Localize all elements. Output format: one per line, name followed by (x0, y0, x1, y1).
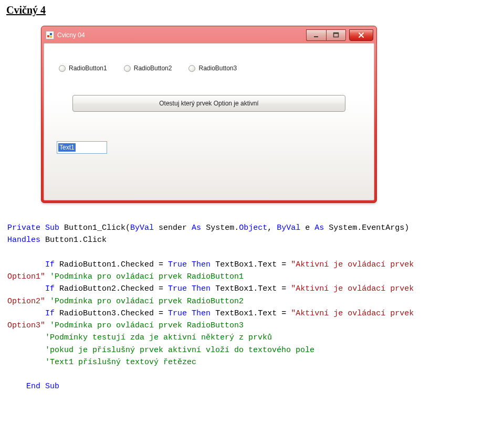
radio-label: RadioButton2 (134, 65, 172, 72)
code-text: RadioButton3.Checked = (55, 309, 168, 318)
code-text: RadioButton1.Checked = (55, 260, 168, 269)
radio-option-2[interactable]: RadioButton2 (124, 65, 172, 72)
code-keyword: ByVal (277, 224, 300, 232)
radio-option-1[interactable]: RadioButton1 (59, 65, 107, 72)
close-icon (358, 32, 365, 38)
code-text: TextBox1.Text = (211, 260, 291, 269)
code-text: , (267, 224, 277, 232)
titlebar-left: Cvicny 04 (46, 31, 85, 39)
code-text (187, 260, 192, 269)
code-text (45, 272, 50, 281)
code-text: sender (154, 224, 192, 232)
code-keyword: ByVal (130, 224, 154, 232)
code-keyword: Then (192, 260, 211, 269)
code-comment: 'Text1 příslušný textový řetězec (45, 358, 196, 367)
window-control-group (306, 29, 373, 41)
close-button[interactable] (349, 29, 373, 41)
code-text (40, 382, 45, 391)
code-comment: 'Podmínky testují zda je aktivní některý… (45, 333, 272, 342)
code-string: "Aktivní je ovládací prvek (291, 260, 418, 269)
code-indent (7, 382, 26, 391)
test-button[interactable]: Otestuj který prvek Option je aktivní (72, 95, 345, 112)
code-keyword: True (168, 260, 187, 269)
code-keyword: If (45, 284, 55, 293)
window-title: Cvicny 04 (57, 31, 85, 39)
code-text (187, 284, 192, 293)
code-text: Button1.Click (40, 236, 107, 245)
radio-icon (59, 65, 66, 72)
svg-rect-0 (314, 36, 318, 37)
code-keyword: Private (7, 224, 40, 232)
window-frame: Cvicny 04 RadioButton1 (41, 26, 377, 203)
test-button-label: Otestuj který prvek Option je aktivní (159, 100, 258, 107)
code-comment: 'Podmínka pro ovládací prvek RadioButton… (50, 297, 244, 306)
code-keyword: Object (239, 224, 267, 232)
radio-group: RadioButton1 RadioButton2 RadioButton3 (55, 65, 363, 72)
code-text: RadioButton2.Checked = (55, 284, 168, 293)
code-string: "Aktivní je ovládací prvek (291, 284, 418, 293)
code-indent (7, 260, 45, 269)
code-string: "Aktivní je ovládací prvek (291, 309, 418, 318)
code-text (40, 224, 45, 232)
code-indent (7, 358, 45, 367)
radio-option-3[interactable]: RadioButton3 (188, 65, 237, 72)
code-keyword: True (168, 309, 187, 318)
code-text (187, 309, 192, 318)
document-page: Cvičný 4 Cvicny 04 (0, 0, 504, 399)
code-text (45, 321, 50, 330)
app-icon (46, 31, 54, 39)
window-client-area: RadioButton1 RadioButton2 RadioButton3 O… (44, 43, 374, 200)
code-string: Option3" (7, 321, 45, 330)
code-string: Option2" (7, 297, 45, 306)
textbox-value: Text1 (58, 143, 76, 152)
code-indent (7, 309, 45, 318)
code-block: Private Sub Button1_Click(ByVal sender A… (7, 222, 498, 393)
code-text: System.EventArgs) (324, 224, 414, 232)
code-comment: 'Podmínka pro ovládací prvek RadioButton… (50, 321, 244, 330)
code-comment: 'Podmínka pro ovládací prvek RadioButton… (50, 272, 244, 281)
code-keyword: True (168, 284, 187, 293)
radio-icon (188, 65, 195, 72)
code-indent (7, 333, 45, 342)
code-keyword: If (45, 260, 55, 269)
code-text (45, 297, 50, 306)
page-title: Cvičný 4 (6, 4, 498, 16)
code-keyword: Sub (45, 224, 59, 232)
code-text: TextBox1.Text = (211, 309, 291, 318)
code-text: Button1_Click( (59, 224, 130, 232)
window-titlebar: Cvicny 04 (44, 28, 374, 43)
radio-label: RadioButton3 (198, 65, 237, 72)
radio-label: RadioButton1 (69, 65, 107, 72)
textbox-1[interactable]: Text1 (57, 141, 107, 154)
code-string: Option1" (7, 272, 45, 281)
code-text: TextBox1.Text = (211, 284, 291, 293)
code-keyword: As (192, 224, 201, 232)
code-keyword: Handles (7, 236, 40, 245)
code-indent (7, 346, 45, 355)
code-keyword: Sub (45, 382, 59, 391)
maximize-button[interactable] (326, 29, 346, 41)
code-comment: 'pokud je příslušný prvek aktivní vloží … (45, 346, 314, 355)
code-text: e (300, 224, 314, 232)
code-keyword: As (314, 224, 324, 232)
code-text: System. (201, 224, 239, 232)
maximize-icon (333, 32, 339, 38)
code-keyword: Then (192, 309, 211, 318)
code-keyword: End (26, 382, 40, 391)
radio-icon (124, 65, 131, 72)
svg-rect-2 (334, 33, 339, 34)
code-indent (7, 284, 45, 293)
code-keyword: If (45, 309, 55, 318)
minimize-button[interactable] (306, 29, 326, 41)
minimize-icon (313, 32, 320, 38)
code-keyword: Then (192, 284, 211, 293)
